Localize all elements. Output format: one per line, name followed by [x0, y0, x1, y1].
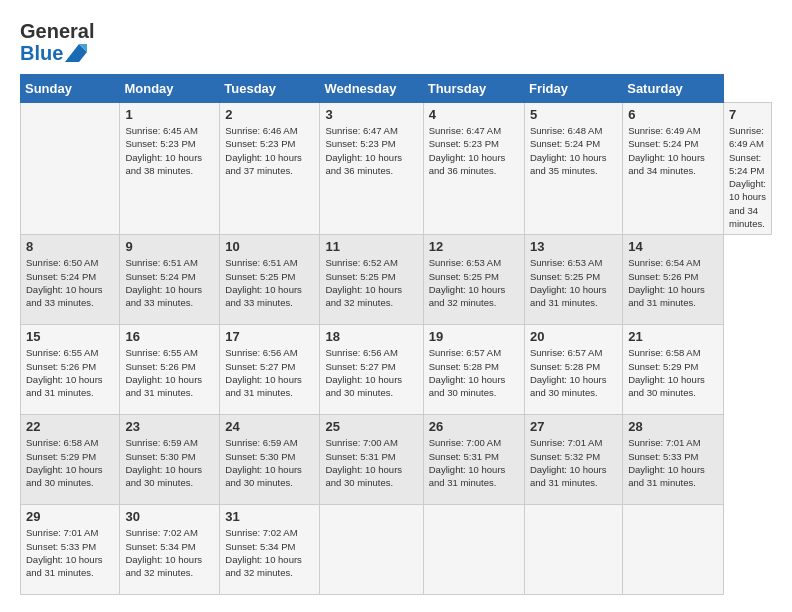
day-number: 16	[125, 329, 214, 344]
day-info: Sunrise: 6:56 AM Sunset: 5:27 PM Dayligh…	[225, 346, 314, 399]
page-header: General Blue	[20, 20, 772, 64]
day-info: Sunrise: 6:49 AM Sunset: 5:24 PM Dayligh…	[628, 124, 718, 177]
calendar-cell: 9Sunrise: 6:51 AM Sunset: 5:24 PM Daylig…	[120, 235, 220, 325]
day-number: 5	[530, 107, 617, 122]
day-number: 30	[125, 509, 214, 524]
day-info: Sunrise: 7:02 AM Sunset: 5:34 PM Dayligh…	[125, 526, 214, 579]
calendar-cell	[21, 103, 120, 235]
day-number: 26	[429, 419, 519, 434]
header-cell-wednesday: Wednesday	[320, 75, 423, 103]
calendar-cell: 29Sunrise: 7:01 AM Sunset: 5:33 PM Dayli…	[21, 505, 120, 595]
calendar-cell: 21Sunrise: 6:58 AM Sunset: 5:29 PM Dayli…	[623, 325, 724, 415]
calendar-cell: 28Sunrise: 7:01 AM Sunset: 5:33 PM Dayli…	[623, 415, 724, 505]
header-cell-saturday: Saturday	[623, 75, 724, 103]
calendar-cell: 16Sunrise: 6:55 AM Sunset: 5:26 PM Dayli…	[120, 325, 220, 415]
calendar-cell: 31Sunrise: 7:02 AM Sunset: 5:34 PM Dayli…	[220, 505, 320, 595]
day-info: Sunrise: 6:54 AM Sunset: 5:26 PM Dayligh…	[628, 256, 718, 309]
calendar-cell: 8Sunrise: 6:50 AM Sunset: 5:24 PM Daylig…	[21, 235, 120, 325]
calendar-cell: 3Sunrise: 6:47 AM Sunset: 5:23 PM Daylig…	[320, 103, 423, 235]
day-info: Sunrise: 6:58 AM Sunset: 5:29 PM Dayligh…	[628, 346, 718, 399]
day-number: 14	[628, 239, 718, 254]
calendar-cell: 30Sunrise: 7:02 AM Sunset: 5:34 PM Dayli…	[120, 505, 220, 595]
day-number: 4	[429, 107, 519, 122]
calendar-cell: 19Sunrise: 6:57 AM Sunset: 5:28 PM Dayli…	[423, 325, 524, 415]
day-number: 18	[325, 329, 417, 344]
calendar-table: SundayMondayTuesdayWednesdayThursdayFrid…	[20, 74, 772, 595]
day-number: 6	[628, 107, 718, 122]
day-number: 3	[325, 107, 417, 122]
calendar-cell: 13Sunrise: 6:53 AM Sunset: 5:25 PM Dayli…	[524, 235, 622, 325]
calendar-cell: 7Sunrise: 6:49 AM Sunset: 5:24 PM Daylig…	[724, 103, 772, 235]
calendar-cell: 27Sunrise: 7:01 AM Sunset: 5:32 PM Dayli…	[524, 415, 622, 505]
day-info: Sunrise: 6:57 AM Sunset: 5:28 PM Dayligh…	[530, 346, 617, 399]
calendar-cell: 25Sunrise: 7:00 AM Sunset: 5:31 PM Dayli…	[320, 415, 423, 505]
day-number: 12	[429, 239, 519, 254]
day-info: Sunrise: 7:01 AM Sunset: 5:33 PM Dayligh…	[628, 436, 718, 489]
day-number: 10	[225, 239, 314, 254]
week-row-5: 29Sunrise: 7:01 AM Sunset: 5:33 PM Dayli…	[21, 505, 772, 595]
header-cell-tuesday: Tuesday	[220, 75, 320, 103]
calendar-cell: 18Sunrise: 6:56 AM Sunset: 5:27 PM Dayli…	[320, 325, 423, 415]
day-number: 1	[125, 107, 214, 122]
week-row-3: 15Sunrise: 6:55 AM Sunset: 5:26 PM Dayli…	[21, 325, 772, 415]
day-info: Sunrise: 6:56 AM Sunset: 5:27 PM Dayligh…	[325, 346, 417, 399]
calendar-cell	[423, 505, 524, 595]
calendar-cell: 2Sunrise: 6:46 AM Sunset: 5:23 PM Daylig…	[220, 103, 320, 235]
day-number: 25	[325, 419, 417, 434]
day-info: Sunrise: 6:51 AM Sunset: 5:25 PM Dayligh…	[225, 256, 314, 309]
calendar-cell	[623, 505, 724, 595]
calendar-cell: 10Sunrise: 6:51 AM Sunset: 5:25 PM Dayli…	[220, 235, 320, 325]
day-info: Sunrise: 6:57 AM Sunset: 5:28 PM Dayligh…	[429, 346, 519, 399]
calendar-cell: 5Sunrise: 6:48 AM Sunset: 5:24 PM Daylig…	[524, 103, 622, 235]
day-info: Sunrise: 7:02 AM Sunset: 5:34 PM Dayligh…	[225, 526, 314, 579]
day-info: Sunrise: 7:01 AM Sunset: 5:33 PM Dayligh…	[26, 526, 114, 579]
day-number: 11	[325, 239, 417, 254]
day-number: 23	[125, 419, 214, 434]
calendar-cell: 6Sunrise: 6:49 AM Sunset: 5:24 PM Daylig…	[623, 103, 724, 235]
day-info: Sunrise: 6:55 AM Sunset: 5:26 PM Dayligh…	[26, 346, 114, 399]
header-cell-monday: Monday	[120, 75, 220, 103]
day-info: Sunrise: 7:01 AM Sunset: 5:32 PM Dayligh…	[530, 436, 617, 489]
day-number: 15	[26, 329, 114, 344]
day-info: Sunrise: 6:53 AM Sunset: 5:25 PM Dayligh…	[429, 256, 519, 309]
day-info: Sunrise: 6:47 AM Sunset: 5:23 PM Dayligh…	[325, 124, 417, 177]
calendar-cell: 11Sunrise: 6:52 AM Sunset: 5:25 PM Dayli…	[320, 235, 423, 325]
calendar-header: SundayMondayTuesdayWednesdayThursdayFrid…	[21, 75, 772, 103]
day-info: Sunrise: 7:00 AM Sunset: 5:31 PM Dayligh…	[429, 436, 519, 489]
day-number: 21	[628, 329, 718, 344]
day-number: 31	[225, 509, 314, 524]
calendar-cell: 24Sunrise: 6:59 AM Sunset: 5:30 PM Dayli…	[220, 415, 320, 505]
calendar-cell: 14Sunrise: 6:54 AM Sunset: 5:26 PM Dayli…	[623, 235, 724, 325]
day-info: Sunrise: 6:45 AM Sunset: 5:23 PM Dayligh…	[125, 124, 214, 177]
day-info: Sunrise: 6:59 AM Sunset: 5:30 PM Dayligh…	[125, 436, 214, 489]
calendar-cell: 20Sunrise: 6:57 AM Sunset: 5:28 PM Dayli…	[524, 325, 622, 415]
header-cell-thursday: Thursday	[423, 75, 524, 103]
day-number: 13	[530, 239, 617, 254]
day-info: Sunrise: 7:00 AM Sunset: 5:31 PM Dayligh…	[325, 436, 417, 489]
day-number: 29	[26, 509, 114, 524]
calendar-cell: 12Sunrise: 6:53 AM Sunset: 5:25 PM Dayli…	[423, 235, 524, 325]
day-number: 22	[26, 419, 114, 434]
calendar-cell: 4Sunrise: 6:47 AM Sunset: 5:23 PM Daylig…	[423, 103, 524, 235]
week-row-2: 8Sunrise: 6:50 AM Sunset: 5:24 PM Daylig…	[21, 235, 772, 325]
day-info: Sunrise: 6:53 AM Sunset: 5:25 PM Dayligh…	[530, 256, 617, 309]
day-info: Sunrise: 6:47 AM Sunset: 5:23 PM Dayligh…	[429, 124, 519, 177]
week-row-4: 22Sunrise: 6:58 AM Sunset: 5:29 PM Dayli…	[21, 415, 772, 505]
day-info: Sunrise: 6:59 AM Sunset: 5:30 PM Dayligh…	[225, 436, 314, 489]
day-info: Sunrise: 6:49 AM Sunset: 5:24 PM Dayligh…	[729, 124, 766, 230]
day-info: Sunrise: 6:55 AM Sunset: 5:26 PM Dayligh…	[125, 346, 214, 399]
day-number: 27	[530, 419, 617, 434]
calendar-cell: 23Sunrise: 6:59 AM Sunset: 5:30 PM Dayli…	[120, 415, 220, 505]
calendar-cell: 15Sunrise: 6:55 AM Sunset: 5:26 PM Dayli…	[21, 325, 120, 415]
day-info: Sunrise: 6:52 AM Sunset: 5:25 PM Dayligh…	[325, 256, 417, 309]
day-number: 2	[225, 107, 314, 122]
week-row-1: 1Sunrise: 6:45 AM Sunset: 5:23 PM Daylig…	[21, 103, 772, 235]
day-info: Sunrise: 6:46 AM Sunset: 5:23 PM Dayligh…	[225, 124, 314, 177]
day-number: 17	[225, 329, 314, 344]
calendar-body: 1Sunrise: 6:45 AM Sunset: 5:23 PM Daylig…	[21, 103, 772, 595]
calendar-cell: 17Sunrise: 6:56 AM Sunset: 5:27 PM Dayli…	[220, 325, 320, 415]
day-info: Sunrise: 6:51 AM Sunset: 5:24 PM Dayligh…	[125, 256, 214, 309]
day-number: 7	[729, 107, 766, 122]
calendar-cell: 26Sunrise: 7:00 AM Sunset: 5:31 PM Dayli…	[423, 415, 524, 505]
calendar-cell	[524, 505, 622, 595]
